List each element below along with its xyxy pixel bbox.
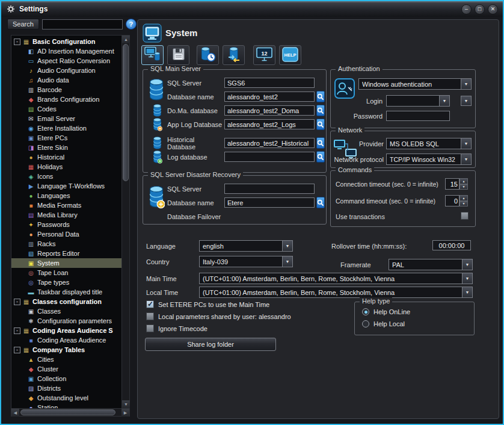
main-time-select[interactable]: (UTC+01:00) Amsterdam, Berlin, Bern, Rom…: [199, 273, 473, 284]
tree-item[interactable]: ▣Classes: [11, 306, 121, 316]
login-extra-dropdown[interactable]: ▼: [461, 96, 472, 106]
search-input[interactable]: [42, 19, 123, 29]
spin-up-icon[interactable]: ▲: [459, 195, 468, 201]
search-lookup-button[interactable]: [316, 197, 325, 208]
help-online-option[interactable]: Help OnLine: [362, 308, 410, 315]
tree-root-item[interactable]: -▦Coding Areas Audience S: [11, 326, 121, 335]
tree-item[interactable]: ◎Tape Loan: [11, 268, 121, 278]
command-timeout-input[interactable]: [445, 195, 459, 206]
field-input[interactable]: [224, 138, 315, 148]
spin-down-icon[interactable]: ▼: [459, 184, 468, 190]
tree-collapse-icon[interactable]: -: [14, 347, 20, 353]
tree-item[interactable]: ▬Taskbar displayed title: [11, 287, 121, 297]
tree-item[interactable]: ▥Racks: [11, 239, 121, 249]
field-input[interactable]: [224, 92, 315, 102]
local-time-select[interactable]: (UTC+01:00) Amsterdam, Berlin, Bern, Rom…: [199, 287, 473, 298]
use-transactions-checkbox[interactable]: [461, 212, 469, 220]
password-field[interactable]: [386, 111, 450, 121]
toolbar-save-button[interactable]: [167, 45, 189, 65]
tree-item[interactable]: ●Languages: [11, 191, 121, 200]
scroll-down-icon[interactable]: ▼: [122, 400, 130, 408]
tree-item[interactable]: ●Historical: [11, 152, 121, 162]
tree-item[interactable]: ▣Collection: [11, 374, 121, 383]
tree-item[interactable]: ◎Tape types: [11, 278, 121, 287]
tree-item[interactable]: ▲Cities: [11, 355, 121, 364]
tree-item[interactable]: ▧Reports Editor: [11, 249, 121, 258]
radio-0[interactable]: [362, 308, 369, 315]
toolbar-computer-database-button[interactable]: [141, 45, 164, 65]
option-checkbox-2[interactable]: [146, 324, 154, 332]
vertical-scroll-thumb[interactable]: [123, 44, 129, 181]
spin-up-icon[interactable]: ▲: [459, 178, 468, 184]
tree-item[interactable]: ◆Cluster: [11, 364, 121, 374]
tree-collapse-icon[interactable]: -: [14, 327, 20, 334]
option-checkbox-1[interactable]: [146, 312, 154, 320]
tree-item[interactable]: ◨Etere Skin: [11, 143, 121, 152]
tree-item[interactable]: ●Station: [11, 403, 121, 408]
spin-down-icon[interactable]: ▼: [459, 201, 468, 207]
radio-1[interactable]: [362, 320, 369, 327]
toolbar-help-button[interactable]: HELP: [279, 45, 301, 65]
tree-root-item[interactable]: -▦Classes configuration: [11, 297, 121, 306]
scroll-right-icon[interactable]: ▶: [121, 409, 129, 417]
auth-mode-select[interactable]: Windows authentication▼: [358, 78, 472, 90]
connection-timeout-input[interactable]: [445, 178, 459, 190]
tree-root-item[interactable]: -▦Basic Configuration: [11, 37, 121, 46]
login-select[interactable]: ▼: [386, 95, 450, 107]
help-icon[interactable]: ?: [126, 19, 137, 29]
search-lookup-button[interactable]: [316, 91, 325, 102]
field-input[interactable]: [224, 184, 315, 194]
tree-item[interactable]: ▶Language T-Workflows: [11, 181, 121, 191]
tree-item[interactable]: ✦Passwords: [11, 220, 121, 229]
tree-item[interactable]: ▥Barcode: [11, 85, 121, 95]
tree-collapse-icon[interactable]: -: [14, 39, 20, 45]
tree-item[interactable]: ◆Brands Configuration: [11, 95, 121, 104]
tree-item[interactable]: ●Personal Data: [11, 229, 121, 239]
country-select[interactable]: Italy-039▼: [199, 256, 293, 267]
tree-item[interactable]: ▤Media Library: [11, 210, 121, 220]
search-lookup-button[interactable]: [316, 105, 325, 116]
search-lookup-button[interactable]: [316, 119, 325, 130]
toolbar-database-sync-button[interactable]: [223, 45, 245, 65]
search-lookup-button[interactable]: [316, 151, 325, 163]
tree-item[interactable]: ▤Codes: [11, 104, 121, 114]
tree-item[interactable]: ▣Etere PCs: [11, 133, 121, 143]
share-log-folder-button[interactable]: Share log folder: [145, 338, 276, 351]
minimize-button[interactable]: –: [461, 4, 472, 14]
tree-item[interactable]: ♪Audio Configuration: [11, 66, 121, 75]
search-lookup-button[interactable]: [316, 137, 325, 149]
tree-root-item[interactable]: -▦Company Tables: [11, 345, 121, 355]
rollover-time-input[interactable]: [432, 240, 471, 250]
horizontal-scroll-thumb[interactable]: [20, 409, 115, 415]
connection-timeout-stepper[interactable]: ▲▼: [445, 178, 468, 190]
framerate-select[interactable]: PAL▼: [389, 259, 473, 270]
provider-select[interactable]: MS OLEDB SQL▼: [386, 138, 472, 149]
tree-item[interactable]: ◉Etere Installation: [11, 123, 121, 133]
tree-item[interactable]: ▭Aspect Ratio Conversion: [11, 56, 121, 66]
tree-item[interactable]: ▦Holidays: [11, 162, 121, 172]
field-input[interactable]: [224, 197, 315, 208]
tree-item[interactable]: ▣System: [11, 258, 121, 268]
tree-item[interactable]: ✉Email Server: [11, 114, 121, 123]
field-input[interactable]: [224, 152, 315, 162]
language-select[interactable]: english▼: [199, 240, 293, 252]
field-input[interactable]: [224, 119, 315, 129]
network-protocol-select[interactable]: TCP/IP Winsock Win32▼: [386, 154, 472, 165]
tree-item[interactable]: ◆Outstanding level: [11, 393, 121, 403]
tree-item[interactable]: ▨Districts: [11, 383, 121, 393]
help-local-option[interactable]: Help Local: [362, 320, 405, 327]
tree-collapse-icon[interactable]: -: [14, 299, 20, 305]
tree-item[interactable]: ◧AD Insertion Management: [11, 46, 121, 56]
tree-horizontal-scrollbar[interactable]: ◀ ▶: [11, 408, 129, 416]
tree-item[interactable]: ◈Icons: [11, 172, 121, 181]
field-input[interactable]: [224, 105, 315, 116]
tree-item[interactable]: ✱Configuration parameters: [11, 316, 121, 326]
maximize-button[interactable]: □: [475, 4, 485, 14]
field-input[interactable]: [224, 78, 315, 88]
tree-item[interactable]: ■Media Formats: [11, 200, 121, 210]
scroll-left-icon[interactable]: ◀: [11, 409, 19, 417]
tree-vertical-scrollbar[interactable]: ▲ ▼: [121, 36, 129, 408]
toolbar-database-clock-button[interactable]: [197, 45, 219, 65]
option-checkbox-0[interactable]: [146, 300, 154, 308]
command-timeout-stepper[interactable]: ▲▼: [445, 195, 468, 206]
